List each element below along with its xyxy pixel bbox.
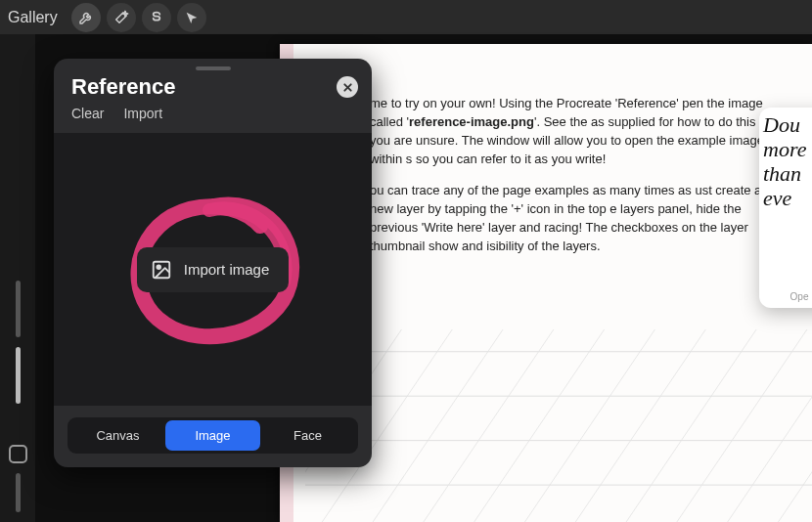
undo-icon[interactable]: [9, 445, 27, 463]
gallery-button[interactable]: Gallery: [8, 9, 58, 26]
close-icon: [342, 82, 353, 93]
reference-panel: Reference Clear Import Import image Canv…: [54, 59, 372, 467]
panel-grabber[interactable]: [196, 66, 231, 70]
import-image-button[interactable]: Import image: [137, 247, 290, 292]
reference-preview-card[interactable]: Dou more than eve Ope: [759, 108, 812, 308]
s-icon: [149, 10, 164, 25]
preview-footer-label: Ope: [759, 287, 812, 308]
svg-line-6: [373, 329, 508, 522]
document-body-text: me to try on your own! Using the Procrea…: [370, 95, 773, 270]
slider-track[interactable]: [16, 281, 21, 337]
segment-image[interactable]: Image: [165, 420, 260, 451]
import-action[interactable]: Import: [123, 106, 162, 121]
wrench-icon: [78, 10, 94, 25]
reference-panel-body: Import image: [54, 133, 372, 406]
slider-track-2[interactable]: [16, 473, 21, 512]
s-tool[interactable]: [142, 3, 171, 32]
slider-thumb[interactable]: [16, 347, 21, 404]
left-sidebar-rail: [0, 34, 35, 522]
import-image-label: Import image: [184, 261, 270, 278]
close-button[interactable]: [337, 76, 358, 98]
svg-point-18: [157, 265, 160, 269]
reference-source-segmented: Canvas Image Face: [68, 417, 358, 454]
wand-tool[interactable]: [107, 3, 136, 32]
pointer-icon: [184, 10, 200, 25]
segment-canvas[interactable]: Canvas: [70, 420, 165, 451]
svg-line-12: [677, 329, 812, 522]
pointer-tool[interactable]: [177, 3, 206, 32]
segment-face[interactable]: Face: [260, 420, 355, 451]
top-toolbar: Gallery: [0, 0, 812, 34]
image-icon: [151, 259, 172, 281]
svg-line-7: [424, 329, 559, 522]
svg-line-11: [626, 329, 761, 522]
practice-guidelines: [305, 329, 812, 522]
preview-glyphs: Dou more than eve: [759, 108, 812, 287]
svg-line-10: [575, 329, 710, 522]
svg-line-8: [474, 329, 609, 522]
svg-line-13: [728, 329, 812, 522]
clear-action[interactable]: Clear: [71, 106, 104, 121]
wrench-tool[interactable]: [71, 3, 101, 32]
wand-icon: [113, 10, 129, 25]
reference-panel-title: Reference: [71, 74, 354, 100]
svg-line-9: [524, 329, 659, 522]
svg-line-14: [778, 329, 812, 522]
